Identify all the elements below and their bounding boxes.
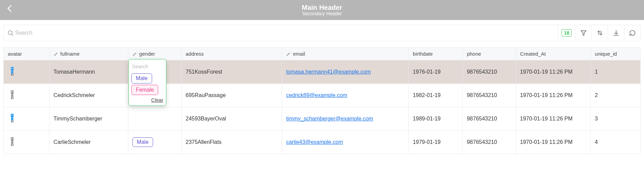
pencil-icon [132, 52, 137, 56]
cell-fullname: TimmySchamberger [49, 107, 128, 131]
svg-rect-9 [11, 74, 12, 76]
avatar [4, 107, 50, 131]
dropdown-clear[interactable]: Clear [131, 97, 163, 103]
svg-marker-2 [581, 31, 586, 35]
svg-rect-10 [13, 74, 13, 76]
col-avatar[interactable]: avatar [4, 48, 50, 60]
svg-rect-26 [11, 141, 14, 144]
col-fullname[interactable]: fullname [49, 48, 128, 60]
svg-point-13 [13, 91, 13, 92]
svg-rect-21 [11, 121, 12, 122]
cell-phone: 9876543210 [463, 84, 516, 107]
col-unique-id[interactable]: unique_id [591, 48, 641, 60]
download-button[interactable] [608, 25, 624, 41]
gender-dropdown: Male Female Clear [128, 59, 166, 106]
avatar [4, 84, 50, 107]
cell-address: 24593BayerOval [181, 107, 282, 131]
svg-point-24 [11, 138, 12, 139]
cell-email: timmy_schamberger@example.com [282, 107, 408, 131]
cell-birthdate: 1989-01-19 [409, 107, 463, 131]
cell-fullname: CarlieSchmeler [49, 131, 128, 154]
row-count-badge-box: 18 [558, 25, 575, 41]
cell-fullname: TomasaHermann [49, 60, 128, 84]
svg-line-1 [12, 34, 13, 36]
svg-rect-27 [11, 144, 12, 146]
filter-button[interactable] [575, 25, 591, 41]
cell-birthdate: 1979-01-19 [409, 131, 463, 154]
cell-unique-id: 4 [591, 131, 641, 154]
svg-point-25 [13, 138, 13, 139]
search-icon [7, 30, 14, 36]
cell-email: cedrick89@example.com [282, 84, 408, 107]
cell-gender[interactable] [128, 107, 182, 131]
svg-rect-16 [13, 97, 13, 99]
option-female[interactable]: Female [131, 85, 158, 95]
cell-unique-id: 2 [591, 84, 641, 107]
svg-rect-15 [11, 97, 12, 99]
email-link[interactable]: timmy_schamberger@example.com [286, 116, 373, 121]
col-email[interactable]: email [282, 48, 408, 60]
cell-address: 695RauPassage [181, 84, 282, 107]
table-row[interactable]: TomasaHermann Male Female Clear 751KossF… [4, 60, 641, 84]
pencil-icon [286, 52, 291, 56]
svg-point-6 [11, 68, 12, 69]
search-input[interactable] [14, 28, 555, 38]
chevron-left-icon [5, 4, 14, 13]
table-row[interactable]: CedrickSchmeler 695RauPassage cedrick89@… [4, 84, 641, 107]
cell-address: 2375AllenFlats [181, 131, 282, 154]
col-gender[interactable]: gender [128, 48, 182, 60]
avatar [4, 131, 50, 154]
email-link[interactable]: cedrick89@example.com [286, 92, 347, 98]
option-male[interactable]: Male [131, 73, 152, 83]
svg-rect-8 [11, 71, 14, 74]
svg-point-7 [13, 68, 13, 69]
data-table: avatar fullname gender address email bir… [3, 47, 641, 154]
pencil-icon [54, 52, 58, 56]
svg-rect-22 [13, 121, 13, 122]
cell-phone: 9876543210 [463, 60, 516, 84]
svg-rect-28 [13, 144, 13, 146]
svg-rect-20 [11, 117, 14, 121]
cell-gender[interactable]: Male Female Clear [128, 60, 182, 84]
col-created-at[interactable]: Created_At [516, 48, 590, 60]
table-row[interactable]: TimmySchamberger 24593BayerOval timmy_sc… [4, 107, 641, 131]
col-birthdate[interactable]: birthdate [409, 48, 463, 60]
back-button[interactable] [5, 3, 15, 14]
col-phone[interactable]: phone [463, 48, 516, 60]
page-title: Main Header [0, 4, 644, 12]
refresh-button[interactable] [624, 25, 640, 41]
filter-icon [580, 30, 587, 36]
cell-birthdate: 1976-01-19 [409, 60, 463, 84]
cell-unique-id: 1 [591, 60, 641, 84]
cell-unique-id: 3 [591, 107, 641, 131]
svg-rect-14 [11, 94, 14, 97]
avatar [4, 60, 50, 84]
svg-point-19 [13, 115, 13, 115]
cell-created-at: 1970-01-19 11:26 PM [516, 60, 590, 84]
col-address[interactable]: address [181, 48, 282, 60]
cell-phone: 9876543210 [463, 131, 516, 154]
svg-point-12 [11, 91, 12, 92]
cell-phone: 9876543210 [463, 107, 516, 131]
gender-pill: Male [132, 137, 153, 147]
table-header-row: avatar fullname gender address email bir… [4, 48, 641, 60]
cell-fullname: CedrickSchmeler [49, 84, 128, 107]
svg-rect-17 [11, 114, 14, 117]
svg-point-0 [8, 31, 12, 35]
app-header: Main Header Secondary Header [0, 0, 644, 20]
email-link[interactable]: tomasa.hermann41@example.com [286, 69, 371, 75]
cell-birthdate: 1982-01-19 [409, 84, 463, 107]
dropdown-search-input[interactable] [131, 63, 163, 72]
table-row[interactable]: CarlieSchmeler Male 2375AllenFlats carli… [4, 131, 641, 154]
download-icon [613, 30, 620, 36]
svg-rect-11 [11, 90, 14, 94]
cell-email: tomasa.hermann41@example.com [282, 60, 408, 84]
row-count-badge: 18 [562, 29, 572, 37]
cell-created-at: 1970-01-19 11:26 PM [516, 107, 590, 131]
sort-button[interactable] [591, 25, 608, 41]
email-link[interactable]: carlie43@example.com [286, 139, 343, 145]
cell-email: carlie43@example.com [282, 131, 408, 154]
page-subtitle: Secondary Header [0, 11, 644, 16]
cell-gender[interactable]: Male [128, 131, 182, 154]
cell-created-at: 1970-01-19 11:26 PM [516, 131, 590, 154]
